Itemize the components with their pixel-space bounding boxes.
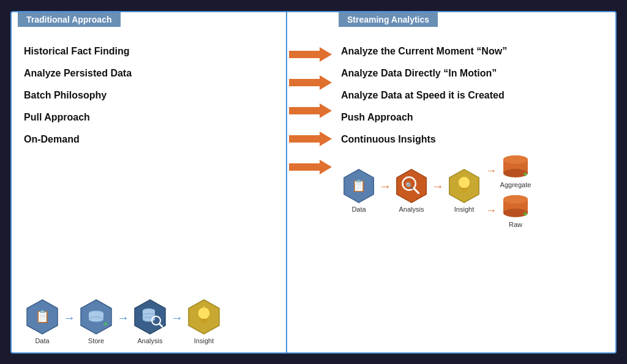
left-panel-title: Traditional Approach [18, 12, 121, 27]
list-item: Continuous Insights [341, 128, 609, 150]
arrow-item [289, 40, 332, 69]
left-list: Historical Fact Finding Analyze Persiste… [12, 17, 286, 295]
svg-text:📋: 📋 [35, 309, 50, 324]
svg-marker-20 [289, 47, 332, 62]
arrow-icon: → [116, 311, 130, 325]
right-diagram: 📋 Data → 🔍 [335, 150, 615, 228]
insight-node: Insight [186, 299, 222, 344]
data-label: Data [35, 337, 49, 344]
arrow-icon: → [430, 179, 445, 193]
branch-container: → + [486, 154, 531, 228]
svg-text:🔍: 🔍 [405, 182, 414, 190]
aggregate-node: + Aggregate [500, 154, 531, 188]
list-item: Pull Approach [24, 106, 280, 128]
analysis-node: 🔍 Analysis [394, 168, 429, 213]
svg-text:+: + [523, 169, 528, 179]
list-item: Historical Fact Finding [24, 40, 280, 62]
svg-rect-18 [201, 321, 207, 323]
svg-point-32 [458, 177, 470, 188]
store-label: Store [88, 337, 104, 344]
svg-rect-17 [200, 319, 208, 321]
orange-arrow-icon [289, 74, 332, 91]
svg-text:+: + [523, 209, 528, 218]
insight-node: Insight [446, 168, 482, 213]
list-item: On-Demand [24, 128, 280, 150]
orange-arrow-icon [289, 158, 332, 176]
svg-marker-22 [289, 103, 332, 118]
arrow-icon: → [62, 311, 77, 325]
branch-arrow-icon: → [486, 204, 497, 217]
list-item: Analyze the Current Moment “Now” [341, 40, 609, 62]
analysis-node: Analysis [132, 299, 168, 344]
svg-point-43 [503, 195, 528, 204]
center-arrows [286, 12, 335, 352]
store-node: + Store [78, 299, 115, 344]
orange-arrow-icon [289, 46, 332, 63]
left-diagram: 📋 Data → [12, 295, 287, 347]
raw-node: + Raw [500, 193, 531, 228]
aggregate-branch: → + [486, 154, 531, 188]
list-item: Analyze Data at Speed it is Created [341, 84, 609, 106]
list-item: Push Approach [341, 106, 609, 128]
svg-text:+: + [103, 320, 108, 329]
right-panel-title: Streaming Analytics [339, 12, 438, 27]
insight-label: Insight [454, 206, 474, 213]
data-label: Data [351, 206, 366, 213]
arrow-icon: → [378, 179, 392, 193]
orange-arrow-icon [289, 130, 332, 147]
arrow-item [289, 97, 332, 125]
svg-point-38 [503, 155, 528, 164]
left-panel: Traditional Approach Historical Fact Fin… [12, 12, 287, 352]
svg-rect-34 [461, 190, 467, 192]
svg-marker-23 [289, 132, 332, 146]
orange-arrow-icon [289, 102, 332, 119]
svg-rect-33 [460, 188, 468, 190]
data-node: 📋 Data [341, 168, 377, 213]
raw-label: Raw [509, 221, 522, 228]
raw-branch: → + Raw [486, 193, 531, 228]
aggregate-label: Aggregate [500, 181, 531, 188]
right-list: Analyze the Current Moment “Now” Analyze… [335, 17, 615, 150]
arrow-icon: → [170, 311, 184, 325]
insight-label: Insight [194, 337, 214, 344]
list-item: Batch Philosophy [24, 84, 280, 106]
list-item: Analyze Data Directly “In Motion” [341, 62, 609, 84]
svg-marker-21 [289, 75, 332, 90]
arrow-item [289, 69, 332, 97]
arrow-item [289, 125, 332, 153]
svg-point-16 [198, 307, 210, 319]
svg-point-5 [89, 317, 103, 322]
right-panel: Streaming Analytics Analyze the Current … [335, 12, 615, 352]
svg-marker-24 [289, 160, 332, 174]
list-item: Analyze Persisted Data [24, 62, 280, 84]
arrow-item [289, 153, 332, 181]
main-container: Traditional Approach Historical Fact Fin… [10, 11, 617, 354]
analysis-label: Analysis [399, 206, 424, 213]
analysis-label: Analysis [138, 337, 163, 344]
branch-arrow-icon: → [486, 165, 497, 177]
data-node: 📋 Data [24, 299, 61, 344]
svg-text:📋: 📋 [351, 179, 367, 193]
